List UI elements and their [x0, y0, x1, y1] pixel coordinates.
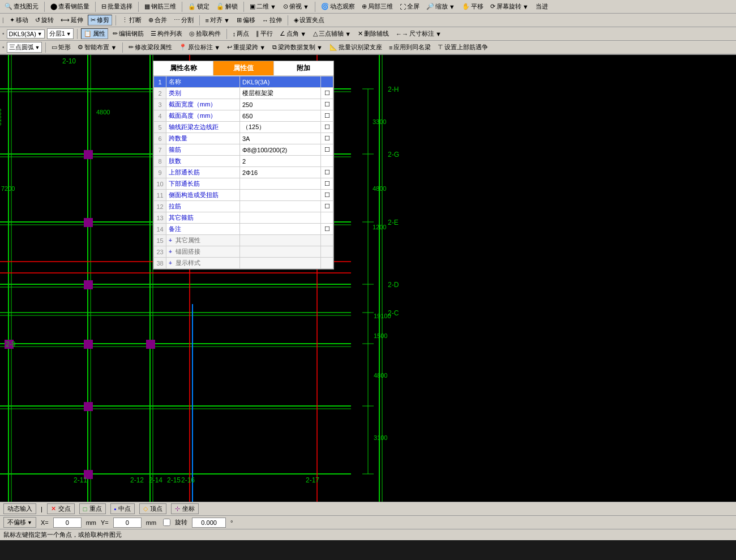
toolbar-next[interactable]: 当进 [533, 2, 550, 11]
toolbar-rotate[interactable]: ↺ 旋转 [33, 15, 56, 25]
toolbar-2d[interactable]: ▣ 二维 ▼ [247, 2, 279, 11]
canvas-area[interactable]: 2-H 2-G 2-E 2-D 2-C 3300 4800 1200 31800… [0, 55, 736, 502]
prop-row-name-15[interactable]: + 锚固搭接 [166, 246, 240, 258]
toolbar-element-list[interactable]: ☰ 构件列表 [148, 29, 185, 39]
prop-row-name-12[interactable]: 其它箍筋 [166, 212, 240, 224]
prop-row-name-3[interactable]: 截面高度（mm） [166, 110, 240, 122]
toolbar-modify-beam-props[interactable]: ✏ 修改梁段属性 [126, 42, 174, 52]
prop-row-name-7[interactable]: 肢数 [166, 156, 240, 167]
prop-row-value-5[interactable]: 3A [240, 133, 321, 144]
prop-row-value-7[interactable]: 2 [240, 156, 321, 167]
prop-row-value-11[interactable] [240, 201, 321, 212]
expand-btn-16[interactable]: + [169, 260, 174, 266]
snap-vertex[interactable]: ◇ 顶点 [139, 503, 166, 514]
prop-row-value-3[interactable]: 650 [240, 110, 321, 122]
toolbar-break[interactable]: ⋮ 打断 [119, 15, 144, 25]
toolbar-unlock[interactable]: 🔓 解锁 [214, 2, 240, 11]
toolbar-view-rebar[interactable]: ⬤ 查看钢筋量 [48, 2, 92, 11]
expand-btn-14[interactable]: + [169, 237, 174, 243]
toolbar-fullscreen[interactable]: ⛶ 全屏 [397, 2, 422, 11]
prop-row-name-6[interactable]: 箍筋 [166, 144, 240, 156]
prop-row-name-14[interactable]: + 其它属性 [166, 235, 240, 246]
arc-combo[interactable]: 三点圆弧 ▼ [7, 42, 42, 53]
y-input[interactable] [113, 518, 142, 528]
toolbar-batch-identify-support[interactable]: 📐 批量识别梁支座 [327, 42, 384, 52]
prop-row-name-0[interactable]: 名称 [166, 76, 240, 88]
toolbar-rectangle[interactable]: ▭ 矩形 [49, 42, 73, 52]
layer-combo[interactable]: 分层1 ▼ [47, 28, 74, 39]
snap-coordinate[interactable]: ⊹ 坐标 [171, 503, 199, 514]
prop-row-name-16[interactable]: + 显示样式 [166, 258, 240, 269]
prop-row-value-0[interactable]: DKL9(3A) [240, 76, 321, 88]
toolbar-local-3d[interactable]: ⊕ 局部三维 [360, 2, 395, 11]
prop-row-value-16[interactable] [240, 258, 321, 269]
prop-row-name-13[interactable]: 备注 [166, 224, 240, 235]
toolbar-zoom[interactable]: 🔎 缩放 ▼ [424, 2, 457, 11]
prop-row-value-2[interactable]: 250 [240, 99, 321, 110]
toolbar-edit-rebar[interactable]: ✏ 编辑钢筋 [110, 29, 146, 39]
prop-row-name-11[interactable]: 拉筋 [166, 201, 240, 212]
prop-row-name-10[interactable]: 侧面构造或受扭筋 [166, 190, 240, 201]
prop-row-name-1[interactable]: 类别 [166, 88, 240, 99]
toolbar-two-point[interactable]: ↕ 两点 [230, 29, 252, 39]
prop-row-value-10[interactable] [240, 190, 321, 201]
element-list-icon: ☰ [151, 30, 156, 37]
toolbar-smart-layout[interactable]: ⚙ 智能布置 ▼ [75, 42, 119, 52]
toolbar-lock[interactable]: 🔒 锁定 [186, 2, 212, 11]
prop-row-value-12[interactable] [240, 212, 321, 224]
prop-row-value-13[interactable] [240, 224, 321, 235]
rotate-input[interactable] [192, 518, 226, 528]
snap-endpoint[interactable]: □ 重点 [79, 503, 106, 514]
toolbar-stretch[interactable]: ↔ 拉伸 [260, 15, 284, 25]
toolbar-span-data-copy[interactable]: ⧉ 梁跨数据复制 ▼ [270, 42, 325, 52]
no-offset-dropdown[interactable]: 不偏移 ▼ [3, 517, 36, 528]
prop-row-name-8[interactable]: 上部通长筋 [166, 167, 240, 178]
toolbar-topview[interactable]: ⊙ 俯视 ▼ [281, 2, 311, 11]
toolbar-apply-same-name-beam[interactable]: ≡ 应用到同名梁 [387, 42, 433, 52]
toolbar-re-extract-span[interactable]: ↩ 重提梁跨 ▼ [225, 42, 268, 52]
toolbar-set-grip[interactable]: ◈ 设置夹点 [292, 15, 327, 25]
prop-row-name-9[interactable]: 下部通长筋 [166, 178, 240, 190]
prop-row-value-15[interactable] [240, 246, 321, 258]
toolbar-parallel[interactable]: ∥ 平行 [254, 29, 275, 39]
status-message: 鼠标左键指定第一个角点，或拾取构件图元 [0, 529, 736, 540]
toolbar-three-point-aux[interactable]: △ 三点辅轴 ▼ [311, 29, 353, 39]
toolbar-dynamic-observe[interactable]: 🌀 动态观察 [319, 2, 357, 11]
prop-row-name-4[interactable]: 轴线距梁左边线距 [166, 122, 240, 133]
rotate-checkbox[interactable] [163, 519, 170, 526]
toolbar-merge[interactable]: ⊕ 合并 [146, 15, 169, 25]
toolbar-find-element[interactable]: 🔍 查找图元 [2, 2, 41, 11]
snap-intersection[interactable]: ✕ 交点 [47, 503, 75, 514]
toolbar-extend[interactable]: ⟷ 延伸 [58, 15, 85, 25]
toolbar-set-top-rebar[interactable]: ⊤ 设置上部筋遇争 [435, 42, 490, 52]
prop-row-name-2[interactable]: 截面宽度（mm） [166, 99, 240, 110]
prop-row-value-8[interactable]: 2Φ16 [240, 167, 321, 178]
x-input[interactable] [53, 518, 82, 528]
element-combo[interactable]: DKL9(3A) ▼ [7, 29, 45, 39]
toolbar-offset[interactable]: ⊞ 偏移 [234, 15, 258, 25]
toolbar-trim[interactable]: ✂ 修剪 [88, 15, 112, 25]
toolbar-properties[interactable]: 📋 属性 [81, 28, 108, 39]
toolbar-dimension[interactable]: ←→ 尺寸标注 ▼ [393, 29, 444, 39]
toolbar-point-angle[interactable]: ∠ 点角 ▼ [277, 29, 309, 39]
toolbar-in-place-annotation[interactable]: 📍 原位标注 ▼ [177, 42, 222, 52]
toolbar-delete-aux[interactable]: ✕ 删除辅线 [356, 29, 391, 39]
prop-row-value-1[interactable]: 楼层框架梁 [240, 88, 321, 99]
prop-row-value-4[interactable]: （125） [240, 122, 321, 133]
toolbar-batch-select[interactable]: ⊟ 批量选择 [99, 2, 135, 11]
prop-row-value-14[interactable] [240, 235, 321, 246]
prop-row-name-5[interactable]: 跨数量 [166, 133, 240, 144]
prop-row-value-6[interactable]: Φ8@100/200(2) [240, 144, 321, 156]
prop-row-value-9[interactable] [240, 178, 321, 190]
toolbar-rebar-3d[interactable]: ▦ 钢筋三维 [142, 2, 178, 11]
snap-midpoint[interactable]: • 中点 [110, 503, 135, 514]
toolbar-pan[interactable]: ✋ 平移 [460, 2, 486, 11]
expand-btn-15[interactable]: + [169, 249, 174, 255]
toolbar-screen-rotate[interactable]: ⟳ 屏幕旋转 ▼ [488, 2, 531, 11]
toolbar-move[interactable]: ✦ 移动 [7, 15, 31, 25]
toolbar-pick-element[interactable]: ◎ 拾取构件 [187, 29, 223, 39]
toolbar-align[interactable]: ≡ 对齐 ▼ [203, 15, 232, 25]
toolbar-split[interactable]: ⋯ 分割 [172, 15, 196, 25]
snap-dynamic-input[interactable]: 动态输入 [3, 503, 36, 514]
statusbar: 动态输入 | ✕ 交点 □ 重点 • 中点 ◇ 顶点 ⊹ 坐标 不偏移 ▼ X= [0, 502, 736, 533]
